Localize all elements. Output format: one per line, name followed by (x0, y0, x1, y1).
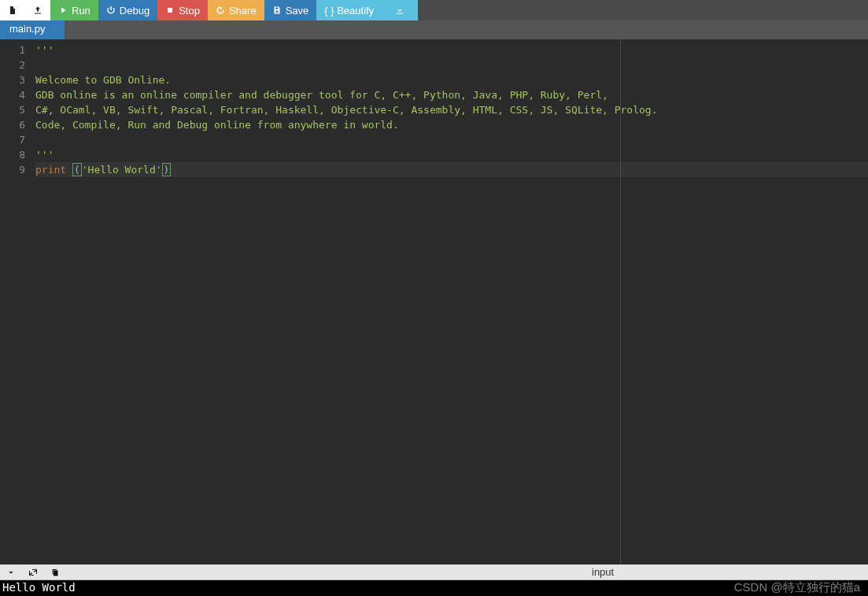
chevron-down-icon (6, 568, 16, 577)
collapse-button[interactable] (5, 566, 17, 579)
beautify-button[interactable]: { } Beautify (316, 0, 382, 20)
line-number: 6 (0, 117, 25, 132)
line-number: 8 (0, 147, 25, 162)
download-button[interactable] (382, 0, 418, 20)
console-output[interactable]: Hello World CSDN @特立独行的猫a (0, 580, 868, 596)
line-number: 4 (0, 87, 25, 102)
share-button[interactable]: Share (208, 0, 264, 20)
stop-button[interactable]: Stop (157, 0, 208, 20)
share-icon (216, 6, 225, 15)
line-number: 2 (0, 57, 25, 72)
code-line[interactable] (35, 57, 868, 72)
upload-icon (33, 6, 42, 15)
code-line[interactable]: print ('Hello World') (35, 162, 868, 177)
run-button[interactable]: Run (50, 0, 98, 20)
code-line[interactable]: Code, Compile, Run and Debug online from… (35, 117, 868, 132)
save-icon (272, 6, 282, 15)
expand-button[interactable] (27, 566, 39, 579)
save-label: Save (286, 5, 309, 17)
stop-label: Stop (179, 5, 200, 17)
line-number: 9 (0, 162, 25, 177)
line-number: 1 (0, 43, 25, 57)
line-number: 7 (0, 132, 25, 147)
watermark: CSDN @特立独行的猫a (734, 580, 860, 595)
tab-label: main.py (9, 23, 46, 35)
debug-button[interactable]: Debug (98, 0, 157, 20)
toolbar: Run Debug Stop Share Save { } Beautify (0, 0, 868, 20)
svg-rect-0 (168, 8, 172, 13)
console-header: input (0, 565, 868, 580)
code-line[interactable]: Welcome to GDB Online. (35, 72, 868, 87)
code-line[interactable]: ''' (35, 147, 868, 162)
expand-icon (28, 568, 38, 577)
power-icon (106, 6, 116, 15)
input-label: input (592, 566, 614, 578)
code-editor[interactable]: 123456789 '''Welcome to GDB Online.GDB o… (0, 39, 868, 565)
output-text: Hello World (2, 581, 76, 594)
download-icon (395, 6, 404, 15)
save-button[interactable]: Save (264, 0, 317, 20)
new-file-icon (8, 6, 17, 15)
debug-label: Debug (120, 5, 150, 17)
new-file-button[interactable] (0, 0, 25, 20)
upload-button[interactable] (25, 0, 50, 20)
file-tab[interactable]: main.py (0, 20, 65, 39)
code-area[interactable]: '''Welcome to GDB Online.GDB online is a… (31, 39, 868, 565)
gutter: 123456789 (0, 39, 31, 565)
share-label: Share (229, 5, 257, 17)
beautify-label: { } Beautify (324, 5, 374, 17)
copy-button[interactable] (49, 566, 61, 579)
stop-icon (165, 6, 175, 15)
copy-icon (50, 568, 60, 577)
tab-bar: main.py (0, 20, 868, 39)
line-number: 5 (0, 102, 25, 117)
code-line[interactable]: ''' (35, 43, 868, 57)
run-label: Run (72, 5, 90, 17)
code-line[interactable]: C#, OCaml, VB, Swift, Pascal, Fortran, H… (35, 102, 868, 117)
play-icon (58, 6, 68, 15)
line-number: 3 (0, 72, 25, 87)
code-line[interactable]: GDB online is an online compiler and deb… (35, 87, 868, 102)
code-line[interactable] (35, 132, 868, 147)
